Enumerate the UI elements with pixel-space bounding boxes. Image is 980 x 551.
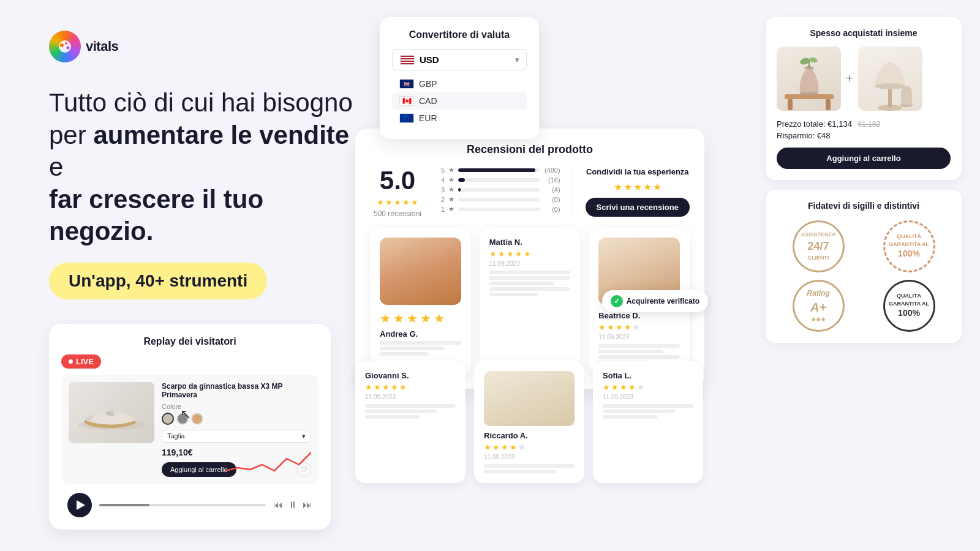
riccardo-stars: ★ ★ ★ ★ ★	[484, 443, 575, 452]
sofia-name: Sofia L.	[603, 371, 693, 380]
fbt-widget: Spesso acquistati insieme	[766, 17, 962, 180]
live-badge: LIVE	[61, 354, 101, 369]
reviewer-name-andrea: Andrea G.	[380, 329, 461, 339]
flag-gb: 🇬🇧	[399, 79, 414, 89]
review-lines-giovanni	[365, 404, 456, 419]
overall-rating: 5.0	[380, 166, 415, 195]
trust-badge-qualita1: QUALITÀ GARANTITA AL 100%	[867, 220, 951, 272]
beatrice-stars: ★ ★ ★ ★ ★	[598, 323, 680, 332]
product-info: Scarpo da ginnastica bassa X3 MP Primave…	[162, 382, 311, 477]
currency-option-cad[interactable]: 🇨🇦 CAD	[392, 92, 527, 110]
pause-icon[interactable]: ⏸	[288, 500, 298, 511]
logo-icon	[49, 31, 81, 62]
fbt-product-1	[777, 47, 841, 111]
bar-row-4: 4 ★ (16)	[437, 176, 560, 184]
fbt-add-button[interactable]: Aggiungi al carrello	[777, 148, 951, 169]
logo-wrapper: vitals	[49, 31, 355, 62]
verified-buyer-label: Acquirente verificato	[627, 297, 699, 305]
mattia-date: 11.09.2023	[489, 260, 571, 267]
vitals-logo-svg	[56, 37, 74, 56]
bar-row-1: 1 ★ (0)	[437, 205, 560, 213]
app-tools-badge: Un'app, 40+ strumenti	[49, 263, 267, 299]
shoe-image	[69, 382, 154, 443]
progress-bar[interactable]	[99, 504, 266, 506]
sofia-stars: ★ ★ ★ ★ ★	[603, 383, 693, 392]
review-lines-riccardo	[484, 464, 575, 473]
play-button[interactable]	[67, 493, 92, 517]
reviewer-name-mattia: Mattia N.	[489, 238, 571, 247]
reviews-summary: 5.0 ★ ★ ★ ★ ★ 500 recensioni 5 ★ (480) 4…	[370, 166, 690, 218]
review-lines-andrea	[380, 341, 461, 356]
extra-review-cards: Giovanni S. ★ ★ ★ ★ ★ 11.09.2023 Riccard…	[355, 361, 703, 483]
overall-stars: ★ ★ ★ ★ ★	[377, 198, 418, 207]
swatch-3[interactable]	[191, 413, 203, 425]
skip-forward-icon[interactable]: ⏭	[303, 500, 312, 511]
bar-row-3: 3 ★ (4)	[437, 186, 560, 193]
giovanni-date: 11.09.2023	[365, 394, 456, 400]
product-1-svg	[782, 53, 837, 111]
skip-back-icon[interactable]: ⏮	[273, 500, 283, 511]
cursor-arrow: ↖	[180, 407, 191, 422]
currency-converter-widget: Convertitore di valuta USD ▾ 🇬🇧 GBP 🇨🇦 C…	[380, 17, 539, 139]
player-controls: ⏮ ⏸ ⏭	[61, 493, 318, 517]
review-card-beatrice: Beatrice D. ★ ★ ★ ★ ★ 11.09.2023 ✓ Acqui…	[589, 228, 690, 374]
player-skip-controls: ⏮ ⏸ ⏭	[273, 500, 312, 511]
verified-buyer-badge: ✓ Acquirente verificato	[602, 290, 708, 312]
badge1-line3: CLIENTI	[808, 254, 829, 262]
flag-ca: 🇨🇦	[399, 96, 414, 106]
bar-row-2: 2 ★ (0)	[437, 195, 560, 203]
size-select[interactable]: Taglia▾	[162, 430, 311, 443]
hero-headline: Tutto ciò di cui hai bisogno per aumenta…	[49, 87, 355, 248]
reviews-widget: Recensioni del prodotto 5.0 ★ ★ ★ ★ ★ 50…	[355, 129, 704, 389]
chevron-down-icon: ▾	[515, 56, 519, 64]
currency-option-eur[interactable]: 🇪🇺 EUR	[392, 110, 527, 127]
product-name: Scarpo da ginnastica bassa X3 MP Primave…	[162, 382, 311, 399]
review-cards-row1: ★ ★ ★ ★ ★ Andrea G. Mattia N. ★ ★ ★ ★ ★	[370, 228, 690, 374]
reviews-count: 500 recensioni	[374, 209, 421, 218]
replay-widget: Replay dei visitatori LIVE	[49, 324, 331, 530]
replay-content: Scarpo da ginnastica bassa X3 MP Primave…	[61, 375, 318, 484]
reviews-title: Recensioni del prodotto	[370, 143, 690, 156]
progress-fill	[99, 504, 149, 506]
review-lines-mattia	[489, 271, 571, 296]
gbp-label: GBP	[419, 79, 437, 89]
swatch-1[interactable]	[162, 413, 174, 425]
svg-point-17	[875, 83, 905, 89]
rating-bars: 5 ★ (480) 4 ★ (16) 3 ★ (4) 2 ★ (0)	[437, 166, 560, 218]
riccardo-name: Riccardo A.	[484, 431, 575, 440]
review-card-mattia: Mattia N. ★ ★ ★ ★ ★ 11.09.2023	[480, 228, 581, 374]
svg-rect-8	[788, 99, 793, 110]
cc-selected-option[interactable]: USD ▾	[392, 49, 527, 70]
verified-check-icon: ✓	[611, 295, 623, 307]
sofia-date: 11.09.2023	[603, 394, 693, 400]
flag-eu: 🇪🇺	[399, 113, 414, 123]
svg-point-3	[67, 47, 70, 50]
trust-badge-assistenza: ASSISTENZA 24/7 CLIENTI	[777, 220, 860, 272]
badge1-line1: ASSISTENZA	[801, 231, 835, 239]
eur-label: EUR	[419, 113, 437, 123]
cad-label: CAD	[419, 96, 437, 106]
svg-point-2	[65, 42, 67, 45]
share-title: Condividi la tua esperienza	[586, 167, 689, 176]
line-chart	[225, 446, 311, 477]
mattia-stars: ★ ★ ★ ★ ★	[489, 249, 571, 258]
fbt-products: +	[777, 47, 951, 111]
bar-row-5: 5 ★ (480)	[437, 166, 560, 174]
trust-badges-grid: ASSISTENZA 24/7 CLIENTI QUALITÀ GARANTIT…	[777, 220, 951, 332]
svg-rect-9	[826, 99, 831, 110]
currency-option-gbp[interactable]: 🇬🇧 GBP	[392, 75, 527, 92]
giovanni-name: Giovanni S.	[365, 371, 456, 380]
trust-widget: Fidatevi di sigilli e distintivi ASSISTE…	[766, 190, 962, 343]
trust-badge-qualita2: QUALITÀ GARANTITA AL 100%	[867, 280, 951, 332]
flag-us	[400, 55, 415, 65]
review-card-riccardo: Riccardo A. ★ ★ ★ ★ ★ 11.09.2023	[474, 361, 584, 483]
trust-title: Fidatevi di sigilli e distintivi	[777, 201, 951, 211]
right-section: Spesso acquistati insieme	[766, 17, 962, 343]
write-review-button[interactable]: Scrivi una recensione	[586, 198, 690, 217]
live-dot	[69, 359, 73, 364]
brand-name: vitals	[86, 39, 118, 54]
fbt-title: Spesso acquistati insieme	[777, 28, 951, 38]
fbt-plus-icon: +	[846, 72, 853, 86]
cc-title: Convertitore di valuta	[392, 29, 527, 40]
svg-rect-16	[888, 86, 892, 108]
